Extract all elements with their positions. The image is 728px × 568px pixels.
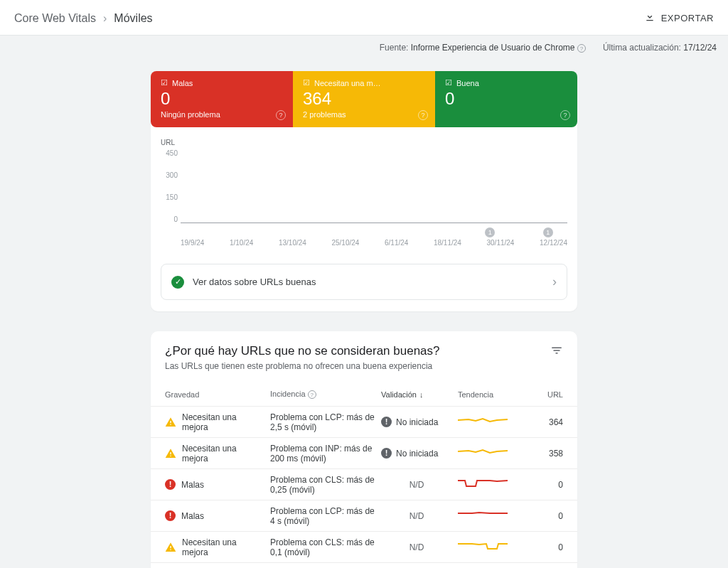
error-icon: ! xyxy=(165,479,176,490)
validation-cell: !No iniciada xyxy=(381,417,452,427)
validation-label: No iniciada xyxy=(396,449,438,459)
source-prefix: Fuente: xyxy=(380,43,411,53)
tile-bad-count: 0 xyxy=(161,89,283,109)
error-icon: ! xyxy=(165,510,176,521)
updated-prefix: Última actualización: xyxy=(603,43,683,53)
tile-bad-label: Malas xyxy=(172,79,193,87)
export-label: EXPORTAR xyxy=(661,13,714,23)
col-severity[interactable]: Gravedad xyxy=(165,390,264,399)
url-chart: URL 4503001500 11 19/9/241/10/2413/10/24… xyxy=(151,127,577,251)
warning-icon xyxy=(165,417,176,428)
severity-label: Necesitan una mejora xyxy=(182,537,264,557)
help-icon[interactable]: ? xyxy=(308,390,316,399)
last-updated: Última actualización: 17/12/24 xyxy=(603,43,717,53)
checkbox-icon: ☑ xyxy=(445,78,452,87)
trend-sparkline xyxy=(458,508,522,524)
meta-bar: Fuente: Informe Experiencia de Usuario d… xyxy=(0,36,728,55)
validation-cell: N/D xyxy=(381,542,452,552)
overview-card: ☑ Malas 0 Ningún problema ? ☑ Necesitan … xyxy=(151,71,577,311)
reasons-card: ¿Por qué hay URLs que no se consideran b… xyxy=(151,331,577,568)
help-icon[interactable]: ? xyxy=(560,110,570,120)
warning-icon xyxy=(165,542,176,553)
reasons-subtitle: Las URLs que tienen este problema no ofr… xyxy=(165,361,440,371)
info-icon: ! xyxy=(381,417,392,427)
incidence-text: Problema con LCP: más de 2,5 s (móvil) xyxy=(270,412,375,432)
reasons-title: ¿Por qué hay URLs que no se consideran b… xyxy=(165,344,440,358)
status-tiles: ☑ Malas 0 Ningún problema ? ☑ Necesitan … xyxy=(151,71,577,127)
download-icon xyxy=(644,11,655,25)
table-header: Gravedad Incidencia ? Validación ↓ Tende… xyxy=(151,375,577,406)
table-row[interactable]: Necesitan una mejoraProblema con INP: má… xyxy=(151,437,577,468)
info-icon: ! xyxy=(381,448,392,459)
col-validation[interactable]: Validación ↓ xyxy=(381,390,452,399)
severity-label: Malas xyxy=(181,511,204,521)
validation-cell: N/D xyxy=(381,480,452,490)
updated-date: 17/12/24 xyxy=(683,43,717,53)
validation-label: No iniciada xyxy=(396,417,438,427)
warning-icon xyxy=(165,448,176,459)
view-good-urls-row[interactable]: ✓ Ver datos sobre URLs buenas › xyxy=(161,264,567,300)
breadcrumb-root[interactable]: Core Web Vitals xyxy=(14,12,96,25)
col-incidence[interactable]: Incidencia ? xyxy=(270,390,375,399)
trend-sparkline xyxy=(458,476,522,493)
help-icon[interactable]: ? xyxy=(276,110,286,120)
incidence-text: Problema con LCP: más de 4 s (móvil) xyxy=(270,506,375,526)
chart-marker[interactable]: 1 xyxy=(485,227,495,237)
tile-warn-count: 364 xyxy=(303,89,425,109)
url-count: 358 xyxy=(528,449,563,459)
url-count: 0 xyxy=(528,511,563,521)
tile-bad-sub: Ningún problema xyxy=(161,110,283,119)
incidence-text: Problema con CLS: más de 0,1 (móvil) xyxy=(270,537,375,557)
incidence-text: Problema con INP: más de 200 ms (móvil) xyxy=(270,444,375,463)
breadcrumb-separator-icon: › xyxy=(103,12,107,25)
trend-sparkline xyxy=(458,445,522,461)
checkbox-icon: ☑ xyxy=(161,78,168,87)
source-link[interactable]: Informe Experiencia de Usuario de Chrome xyxy=(411,43,575,53)
tile-bad[interactable]: ☑ Malas 0 Ningún problema ? xyxy=(151,71,293,127)
filter-icon[interactable] xyxy=(550,344,563,359)
severity-label: Malas xyxy=(181,480,204,490)
validation-cell: !No iniciada xyxy=(381,448,452,459)
tile-good-count: 0 xyxy=(445,89,567,109)
url-count: 0 xyxy=(528,480,563,490)
table-pager: Filas por página: 10 ▾ 1-5 de 5 ‹ › xyxy=(151,562,577,568)
severity-label: Necesitan una mejora xyxy=(182,444,264,463)
tile-good[interactable]: ☑ Buena 0 ? xyxy=(435,71,577,127)
table-row[interactable]: Necesitan una mejoraProblema con LCP: má… xyxy=(151,406,577,437)
tile-warn[interactable]: ☑ Necesitan una m… 364 2 problemas ? xyxy=(293,71,435,127)
chart-plot[interactable] xyxy=(181,149,567,223)
chart-marker[interactable]: 1 xyxy=(543,227,553,237)
trend-sparkline xyxy=(458,414,522,430)
table-body: Necesitan una mejoraProblema con LCP: má… xyxy=(151,406,577,562)
col-trend[interactable]: Tendencia xyxy=(458,390,522,399)
table-row[interactable]: Necesitan una mejoraProblema con CLS: má… xyxy=(151,531,577,562)
top-bar: Core Web Vitals › Móviles EXPORTAR xyxy=(0,0,728,36)
url-count: 0 xyxy=(528,542,563,552)
tile-warn-sub: 2 problemas xyxy=(303,110,425,119)
chevron-right-icon: › xyxy=(552,274,557,289)
trend-sparkline xyxy=(458,539,522,555)
breadcrumb: Core Web Vitals › Móviles xyxy=(14,12,153,25)
table-row[interactable]: !MalasProblema con CLS: más de 0,25 (móv… xyxy=(151,468,577,500)
tile-good-label: Buena xyxy=(456,79,479,87)
table-row[interactable]: !MalasProblema con LCP: más de 4 s (móvi… xyxy=(151,500,577,531)
help-icon[interactable]: ? xyxy=(418,110,428,120)
source-info: Fuente: Informe Experiencia de Usuario d… xyxy=(380,43,586,53)
tile-warn-label: Necesitan una m… xyxy=(314,79,381,87)
validation-cell: N/D xyxy=(381,511,452,521)
export-button[interactable]: EXPORTAR xyxy=(644,11,714,25)
col-url[interactable]: URL xyxy=(528,390,563,399)
checkbox-icon: ☑ xyxy=(303,78,310,87)
severity-label: Necesitan una mejora xyxy=(182,412,264,432)
incidence-text: Problema con CLS: más de 0,25 (móvil) xyxy=(270,475,375,495)
chart-title: URL xyxy=(161,139,567,146)
breadcrumb-current: Móviles xyxy=(114,12,152,25)
check-circle-icon: ✓ xyxy=(171,276,184,289)
view-good-urls-label: Ver datos sobre URLs buenas xyxy=(193,277,316,287)
help-icon[interactable]: ? xyxy=(577,44,586,53)
url-count: 364 xyxy=(528,417,563,427)
arrow-down-icon: ↓ xyxy=(419,390,424,399)
chart-y-axis: 4503001500 xyxy=(161,149,181,223)
chart-markers: 11 xyxy=(181,227,567,242)
